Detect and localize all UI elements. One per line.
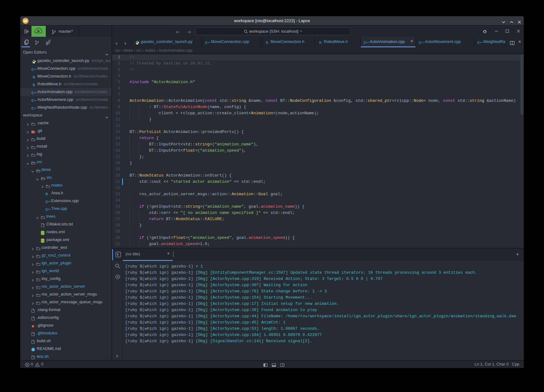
svg-text:‹›: ‹› — [41, 239, 44, 242]
svg-text:‹›: ‹› — [41, 232, 44, 234]
